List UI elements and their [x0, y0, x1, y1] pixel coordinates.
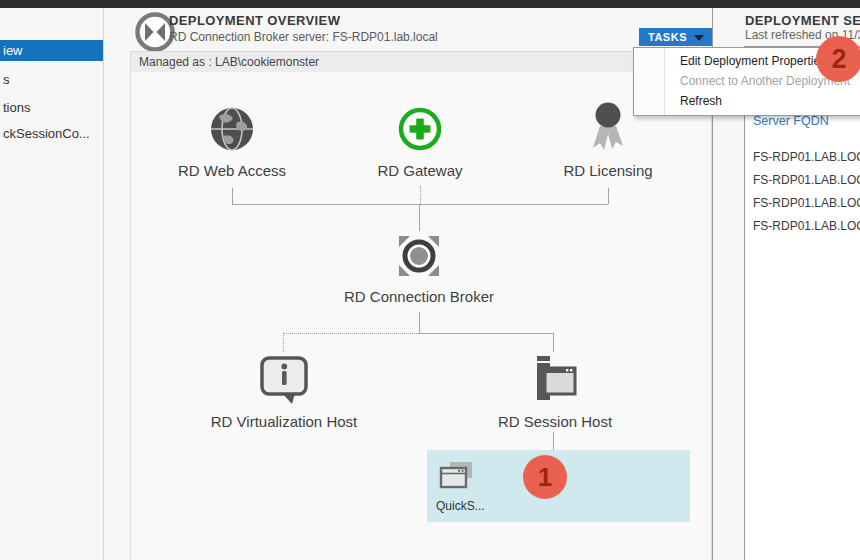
rd-connection-broker-node[interactable]	[394, 231, 444, 285]
rd-session-host-node[interactable]	[529, 354, 579, 412]
server-row[interactable]: FS-RDP01.LAB.LOCAL	[753, 173, 860, 187]
menu-icon-gutter	[634, 48, 665, 115]
annotation-badge-2: 2	[816, 36, 860, 82]
connector-line	[232, 204, 608, 205]
annotation-badge-1: 1	[523, 455, 567, 499]
green-plus-icon	[398, 107, 442, 151]
managed-as-bar: Managed as : LAB\cookiemonster	[130, 51, 712, 73]
tasks-button-label: TASKS	[648, 31, 687, 43]
award-ribbon-icon	[588, 102, 628, 154]
server-row[interactable]: FS-RDP01.LAB.LOCAL	[753, 219, 860, 233]
connector-line	[419, 312, 420, 333]
sidebar-item-servers[interactable]: s	[3, 72, 10, 87]
session-collection-icon	[439, 459, 479, 499]
connector-line	[608, 188, 609, 204]
server-fqdn-column-header[interactable]: Server FQDN	[753, 114, 860, 128]
chevron-down-icon	[694, 35, 704, 41]
sidebar-item-collections[interactable]: tions	[3, 100, 30, 115]
connector-line	[553, 333, 554, 352]
broker-arrows-icon	[394, 231, 444, 281]
rd-virtualization-host-node[interactable]	[258, 354, 310, 410]
sidebar-item-quicksessioncollection[interactable]: ckSessionCo...	[3, 126, 90, 141]
connector-line	[419, 204, 420, 231]
connector-line	[420, 186, 421, 204]
menu-item-refresh[interactable]: Refresh	[680, 94, 722, 114]
server-manager-window: iew s tions ckSessionCo... DEPLOYMENT OV…	[0, 0, 860, 560]
page-title: DEPLOYMENT OVERVIEW	[169, 13, 340, 28]
connector-line	[283, 333, 284, 352]
globe-icon	[209, 106, 255, 152]
connector-line	[232, 188, 233, 204]
sidebar-item-overview[interactable]: iew	[0, 40, 103, 61]
rd-licensing-node[interactable]	[588, 102, 628, 158]
sidebar-item-label: iew	[3, 43, 23, 58]
window-top-bar	[0, 0, 860, 8]
rd-web-access-label: RD Web Access	[178, 162, 286, 179]
collection-tile-label: QuickS...	[436, 499, 485, 513]
connector-line	[419, 333, 553, 334]
menu-item-edit-deployment-properties[interactable]: Edit Deployment Properties	[680, 54, 826, 74]
deployment-servers-title: DEPLOYMENT SERVERS	[745, 13, 860, 28]
rd-gateway-node[interactable]	[398, 107, 442, 155]
server-window-icon	[529, 354, 579, 408]
rd-session-host-label: RD Session Host	[498, 413, 612, 430]
info-bubble-icon	[258, 354, 310, 406]
rd-virtualization-host-label: RD Virtualization Host	[211, 413, 357, 430]
rd-connection-broker-label: RD Connection Broker	[344, 288, 494, 305]
rd-web-access-node[interactable]	[209, 106, 255, 156]
broker-server-subtitle: RD Connection Broker server: FS-RDP01.la…	[169, 30, 438, 44]
rd-gateway-label: RD Gateway	[377, 162, 462, 179]
managed-as-label: Managed as : LAB\cookiemonster	[139, 55, 319, 69]
server-row[interactable]: FS-RDP01.LAB.LOCAL	[753, 196, 860, 210]
connector-line	[553, 432, 554, 450]
sidebar: iew s tions ckSessionCo...	[0, 8, 104, 560]
server-row[interactable]: FS-RDP01.LAB.LOCAL	[753, 150, 860, 164]
rd-licensing-label: RD Licensing	[563, 162, 652, 179]
connector-line	[283, 333, 419, 334]
tasks-button[interactable]: TASKS	[639, 28, 712, 46]
